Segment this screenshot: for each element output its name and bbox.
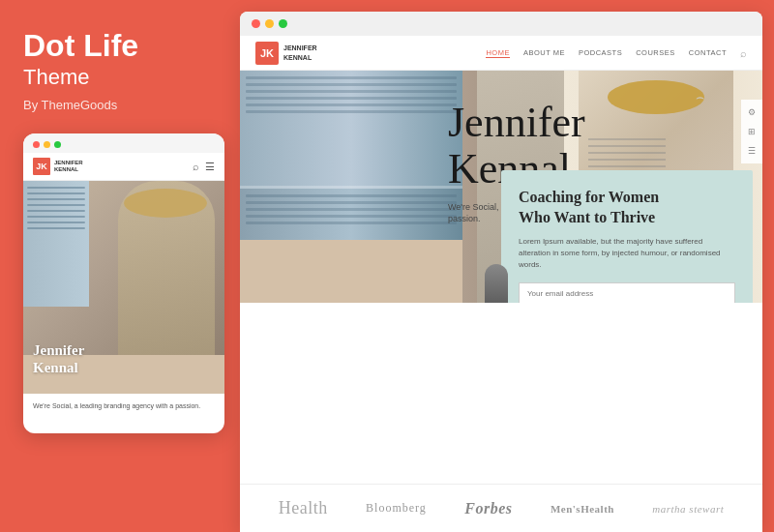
- titlebar-dot-red: [252, 19, 260, 28]
- side-tools: ⚙ ⊞ ☰: [741, 100, 762, 163]
- nav-link-home[interactable]: HOME: [486, 48, 510, 58]
- desktop-main: ⌢ Jennifer Kennal We're Social, a leadin…: [240, 71, 762, 532]
- mobile-nav: JK JENNIFER KENNAL ⌕ ☰: [23, 153, 224, 181]
- nav-link-contact[interactable]: CONTACT: [689, 48, 727, 57]
- tool-grid[interactable]: ⊞: [745, 125, 759, 138]
- mobile-mockup: JK JENNIFER KENNAL ⌕ ☰: [23, 133, 224, 433]
- theme-title: Dot Life: [23, 29, 217, 63]
- tool-menu[interactable]: ☰: [745, 144, 759, 158]
- info-card-heading: Coaching for Women Who Want to Thrive: [519, 188, 735, 228]
- logo-menshealth: Men'sHealth: [551, 503, 614, 515]
- nav-link-about[interactable]: ABOUT ME: [523, 48, 565, 57]
- logos-bar: Health Bloomberg Forbes Men'sHealth mart…: [240, 484, 762, 532]
- mobile-dot-red: [33, 141, 40, 148]
- nav-link-courses[interactable]: COURSES: [636, 48, 675, 57]
- seagull-icon: ⌢: [696, 90, 704, 105]
- info-card: Coaching for Women Who Want to Thrive Lo…: [501, 170, 753, 303]
- email-input[interactable]: [519, 282, 735, 303]
- desktop-nav: JK JENNIFER KENNAL HOME ABOUT ME PODCAST…: [240, 36, 762, 71]
- titlebar-dot-green: [279, 19, 287, 28]
- hero-hat: [608, 80, 704, 114]
- mobile-caption: We're Social, a leading branding agency …: [23, 394, 224, 419]
- tool-settings[interactable]: ⚙: [745, 105, 759, 119]
- logo-health: Health: [279, 498, 328, 518]
- mobile-logo-text: JENNIFER KENNAL: [54, 160, 83, 173]
- desktop-nav-links: HOME ABOUT ME PODCASTS COURSES CONTACT ⌕: [486, 47, 747, 59]
- mobile-hero-text: Jennifer Kennal: [33, 341, 84, 376]
- logo-martha-stewart: martha stewart: [652, 503, 724, 515]
- microphone-icon: [472, 264, 521, 303]
- desktop-hero: ⌢ Jennifer Kennal We're Social, a leadin…: [240, 71, 762, 303]
- mobile-hero: Jennifer Kennal: [23, 181, 224, 394]
- nav-search-icon[interactable]: ⌕: [740, 47, 747, 59]
- mobile-shutters: [23, 181, 89, 307]
- mobile-nav-icons: ⌕ ☰: [193, 161, 215, 173]
- right-panel: JK JENNIFER KENNAL HOME ABOUT ME PODCAST…: [240, 12, 762, 532]
- desktop-browser: JK JENNIFER KENNAL HOME ABOUT ME PODCAST…: [240, 36, 762, 532]
- theme-by: By ThemeGoods: [23, 98, 217, 112]
- titlebar-dot-yellow: [265, 19, 274, 28]
- nav-link-podcasts[interactable]: PODCASTS: [579, 48, 622, 57]
- left-panel: Dot Life Theme By ThemeGoods JK JENNIFER…: [0, 0, 240, 532]
- desktop-titlebar: [240, 12, 762, 36]
- mobile-logo-initials: JK: [33, 158, 50, 175]
- hero-shutter-top: [240, 71, 462, 189]
- mobile-logo: JK JENNIFER KENNAL: [33, 158, 83, 175]
- desktop-logo-text: JENNIFER KENNAL: [283, 44, 317, 61]
- mobile-menu-icon[interactable]: ☰: [205, 161, 215, 173]
- hero-wall-bottom: [240, 240, 462, 303]
- logo-bloomberg: Bloomberg: [366, 501, 427, 516]
- logo-forbes: Forbes: [464, 500, 512, 517]
- mobile-search-icon[interactable]: ⌕: [193, 161, 199, 172]
- mobile-dot-green: [54, 141, 61, 148]
- theme-subtitle: Theme: [23, 65, 217, 90]
- desktop-logo-initials: JK: [255, 42, 279, 65]
- mobile-hat: [124, 189, 207, 218]
- mobile-titlebar: [23, 133, 224, 153]
- mobile-dot-yellow: [44, 141, 50, 148]
- info-card-body: Lorem Ipsum available, but the majority …: [519, 236, 735, 271]
- desktop-logo: JK JENNIFER KENNAL: [255, 42, 317, 65]
